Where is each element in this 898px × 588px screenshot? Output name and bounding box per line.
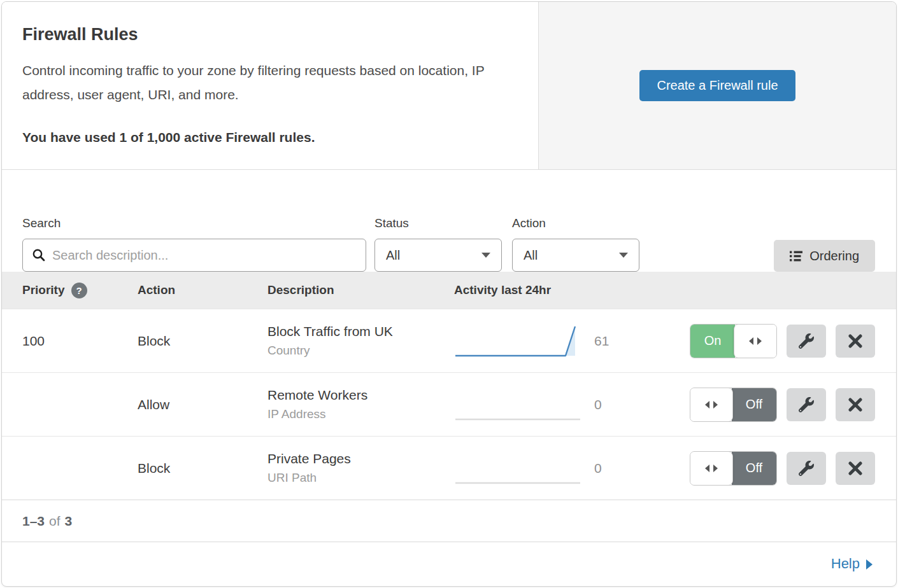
rule-enabled-toggle[interactable]: Off xyxy=(690,451,777,486)
close-icon xyxy=(848,461,862,475)
ordering-button[interactable]: Ordering xyxy=(774,240,875,272)
rule-description-cell: Remote Workers IP Address xyxy=(267,388,454,421)
delete-rule-button[interactable] xyxy=(836,325,875,358)
page-description: Control incoming traffic to your zone by… xyxy=(22,59,516,107)
sparkline-chart xyxy=(454,450,581,487)
activity-sparkline xyxy=(454,323,594,360)
toggle-knob-icon xyxy=(690,388,733,421)
rule-match-type: URI Path xyxy=(267,471,454,485)
edit-rule-button[interactable] xyxy=(787,325,826,358)
toggle-state-label: Off xyxy=(732,388,776,421)
table-row: 100 Block Block Traffic from UK Country … xyxy=(2,309,896,372)
toggle-knob-icon xyxy=(690,452,733,485)
delete-rule-button[interactable] xyxy=(836,452,875,485)
column-priority: Priority ? xyxy=(22,283,138,298)
list-ordering-icon xyxy=(790,251,802,262)
wrench-icon xyxy=(799,333,814,349)
header-action-panel: Create a Firewall rule xyxy=(539,2,896,169)
rule-description-cell: Private Pages URI Path xyxy=(267,451,454,485)
activity-sparkline xyxy=(454,386,594,423)
table-row: Block Private Pages URI Path 0 Off xyxy=(2,436,896,500)
firewall-rules-card: Firewall Rules Control incoming traffic … xyxy=(1,1,897,587)
table-header-row: Priority ? Action Description Activity l… xyxy=(2,272,896,309)
search-group: Search xyxy=(22,216,366,272)
help-link[interactable]: Help xyxy=(831,556,873,572)
rule-match-type: IP Address xyxy=(267,407,454,421)
wrench-icon xyxy=(799,461,814,476)
page-header: Firewall Rules Control incoming traffic … xyxy=(2,2,896,170)
column-action: Action xyxy=(138,283,267,297)
search-box[interactable] xyxy=(22,239,366,272)
arrow-right-icon xyxy=(866,559,873,570)
close-icon xyxy=(848,334,862,348)
pagination-bar: 1–3 of 3 xyxy=(2,500,896,542)
toggle-knob-icon xyxy=(734,325,776,358)
rule-enabled-toggle[interactable]: Off xyxy=(690,388,777,422)
search-input[interactable] xyxy=(52,248,357,263)
rule-enabled-toggle[interactable]: On xyxy=(690,324,777,358)
status-label: Status xyxy=(374,216,502,230)
toggle-state-label: Off xyxy=(732,452,776,485)
ordering-button-label: Ordering xyxy=(809,249,859,263)
page-title: Firewall Rules xyxy=(22,25,517,45)
wrench-icon xyxy=(799,397,814,412)
usage-note: You have used 1 of 1,000 active Firewall… xyxy=(22,130,517,145)
column-description: Description xyxy=(267,283,454,297)
rule-controls: Off xyxy=(690,388,896,422)
priority-header-label: Priority xyxy=(22,283,65,297)
pagination-total: 3 xyxy=(65,514,73,529)
pagination-of: of xyxy=(49,514,61,529)
sparkline-chart xyxy=(454,323,581,360)
delete-rule-button[interactable] xyxy=(836,388,875,421)
edit-rule-button[interactable] xyxy=(787,388,826,421)
rule-description-cell: Block Traffic from UK Country xyxy=(267,324,454,358)
priority-help-icon[interactable]: ? xyxy=(71,283,87,298)
action-selected-value: All xyxy=(524,248,538,263)
search-label: Search xyxy=(22,216,366,230)
rule-controls: Off xyxy=(690,451,896,486)
table-row: Allow Remote Workers IP Address 0 Off xyxy=(2,372,896,436)
rule-action: Block xyxy=(138,333,267,349)
sparkline-chart xyxy=(454,386,581,423)
action-filter-group: Action All xyxy=(512,216,639,272)
help-link-label: Help xyxy=(831,556,860,572)
activity-count: 61 xyxy=(594,333,642,349)
help-bar: Help xyxy=(2,542,896,585)
status-selected-value: All xyxy=(386,248,400,263)
edit-rule-button[interactable] xyxy=(787,452,826,485)
status-filter-group: Status All xyxy=(374,216,502,272)
activity-count: 0 xyxy=(594,461,642,476)
rule-action: Block xyxy=(138,461,267,476)
search-icon xyxy=(32,248,46,262)
rule-controls: On xyxy=(690,324,896,358)
column-activity: Activity last 24hr xyxy=(454,283,551,297)
chevron-down-icon xyxy=(619,253,628,258)
rule-description[interactable]: Block Traffic from UK xyxy=(267,324,454,339)
activity-count: 0 xyxy=(594,397,642,412)
rule-match-type: Country xyxy=(267,344,454,358)
pagination-range: 1–3 xyxy=(22,514,45,529)
action-label: Action xyxy=(512,216,639,230)
chevron-down-icon xyxy=(481,253,490,258)
status-select[interactable]: All xyxy=(374,239,502,272)
create-firewall-rule-button[interactable]: Create a Firewall rule xyxy=(639,70,795,101)
toggle-state-label: On xyxy=(690,325,735,358)
rule-description[interactable]: Remote Workers xyxy=(267,388,454,403)
header-text-panel: Firewall Rules Control incoming traffic … xyxy=(2,2,539,169)
rule-priority: 100 xyxy=(22,333,138,349)
close-icon xyxy=(848,398,862,412)
rule-action: Allow xyxy=(138,397,267,412)
activity-sparkline xyxy=(454,450,594,487)
filter-bar: Search Status All Action All xyxy=(2,170,896,272)
action-select[interactable]: All xyxy=(512,239,639,272)
rule-description[interactable]: Private Pages xyxy=(267,451,454,466)
